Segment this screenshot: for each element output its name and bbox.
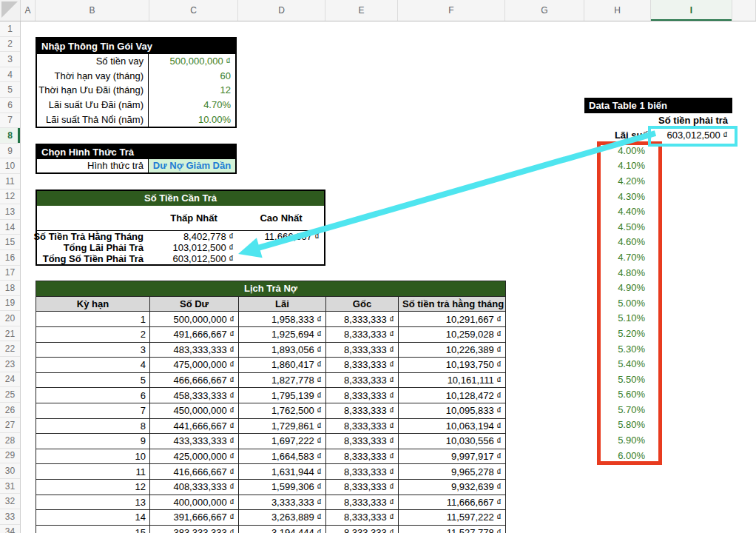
schedule-cell[interactable]: 11,597,222 ₫ bbox=[399, 510, 506, 526]
schedule-cell[interactable]: 10,128,472 ₫ bbox=[399, 388, 506, 403]
column-header-d[interactable]: D bbox=[238, 0, 325, 21]
row-header-33[interactable]: 33 bbox=[0, 509, 20, 525]
rate-cell[interactable]: 4.70% bbox=[584, 250, 654, 266]
schedule-cell[interactable]: 10,095,833 ₫ bbox=[399, 403, 506, 418]
data-table-title[interactable]: Data Table 1 biến bbox=[584, 98, 732, 113]
schedule-cell[interactable]: 1,860,417 ₫ bbox=[239, 358, 326, 373]
schedule-cell[interactable]: 3,263,889 ₫ bbox=[239, 510, 326, 526]
row-header-7[interactable]: 7 bbox=[0, 113, 20, 129]
schedule-cell[interactable]: 483,333,333 ₫ bbox=[150, 342, 239, 358]
rate-cell[interactable]: 5.00% bbox=[584, 296, 654, 312]
row-header-16[interactable]: 16 bbox=[0, 250, 20, 266]
rate-cell[interactable]: 4.30% bbox=[584, 190, 654, 205]
schedule-cell[interactable]: 6 bbox=[36, 388, 150, 403]
schedule-cell[interactable]: 8,333,333 ₫ bbox=[326, 372, 399, 388]
rate-cell[interactable]: 6.00% bbox=[584, 449, 654, 464]
schedule-cell[interactable]: 7 bbox=[36, 403, 150, 418]
summary-blank-cell[interactable] bbox=[37, 206, 149, 230]
schedule-cell[interactable]: 14 bbox=[36, 510, 150, 526]
schedule-column-header[interactable]: Lãi bbox=[239, 296, 326, 312]
schedule-column-header[interactable]: Số Dư bbox=[150, 296, 239, 312]
schedule-cell[interactable]: 8,333,333 ₫ bbox=[326, 388, 399, 403]
schedule-cell[interactable]: 8,333,333 ₫ bbox=[326, 418, 399, 434]
schedule-cell[interactable]: 3,194,444 ₫ bbox=[239, 525, 326, 533]
row-header-25[interactable]: 25 bbox=[0, 387, 20, 403]
schedule-cell[interactable]: 5 bbox=[36, 372, 150, 388]
schedule-cell[interactable]: 9,997,917 ₫ bbox=[399, 449, 506, 464]
schedule-cell[interactable]: 1,893,056 ₫ bbox=[239, 342, 326, 358]
schedule-cell[interactable]: 1,827,778 ₫ bbox=[239, 372, 326, 388]
summary-label-cell[interactable]: Tổng Lãi Phải Trả bbox=[37, 242, 149, 253]
schedule-cell[interactable]: 1 bbox=[36, 312, 150, 327]
rate-cell[interactable]: 4.40% bbox=[584, 204, 654, 220]
row-header-34[interactable]: 34 bbox=[0, 525, 20, 533]
schedule-cell[interactable]: 13 bbox=[36, 495, 150, 510]
schedule-cell[interactable]: 408,333,333 ₫ bbox=[150, 479, 239, 495]
schedule-cell[interactable]: 1,958,333 ₫ bbox=[239, 312, 326, 327]
schedule-cell[interactable]: 8,333,333 ₫ bbox=[326, 510, 399, 526]
schedule-cell[interactable]: 10,030,556 ₫ bbox=[399, 434, 506, 449]
row-header-3[interactable]: 3 bbox=[0, 52, 20, 67]
summary-label-cell[interactable]: Số Tiền Trả Hằng Tháng bbox=[37, 231, 149, 242]
row-header-28[interactable]: 28 bbox=[0, 433, 20, 449]
payment-method-label[interactable]: Hình thức trả bbox=[37, 159, 148, 172]
rate-cell[interactable]: 5.10% bbox=[584, 311, 654, 326]
schedule-cell[interactable]: 11 bbox=[36, 464, 150, 480]
row-header-12[interactable]: 12 bbox=[0, 190, 20, 205]
row-header-5[interactable]: 5 bbox=[0, 82, 20, 98]
select-all-corner[interactable] bbox=[0, 0, 21, 21]
rate-cell[interactable]: 5.20% bbox=[584, 326, 654, 342]
row-header-13[interactable]: 13 bbox=[0, 204, 20, 220]
column-header-f[interactable]: F bbox=[398, 0, 505, 21]
schedule-cell[interactable]: 383,333,333 ₫ bbox=[150, 525, 239, 533]
row-header-14[interactable]: 14 bbox=[0, 220, 20, 235]
schedule-cell[interactable]: 10,291,667 ₫ bbox=[399, 312, 506, 327]
schedule-cell[interactable]: 400,000,000 ₫ bbox=[150, 495, 239, 510]
loan-value-cell[interactable]: 60 bbox=[148, 68, 235, 83]
loan-label-cell[interactable]: Số tiền vay bbox=[37, 54, 148, 69]
row-header-22[interactable]: 22 bbox=[0, 341, 20, 357]
schedule-cell[interactable]: 9,932,639 ₫ bbox=[399, 479, 506, 495]
schedule-cell[interactable]: 391,666,667 ₫ bbox=[150, 510, 239, 526]
loan-label-cell[interactable]: Thời hạn vay (tháng) bbox=[37, 68, 148, 83]
column-header-g[interactable]: G bbox=[505, 0, 584, 21]
schedule-cell[interactable]: 10,259,028 ₫ bbox=[399, 326, 506, 342]
schedule-cell[interactable]: 12 bbox=[36, 479, 150, 495]
schedule-column-header[interactable]: Gốc bbox=[326, 296, 399, 312]
row-header-31[interactable]: 31 bbox=[0, 479, 20, 495]
column-header-b[interactable]: B bbox=[36, 0, 149, 21]
schedule-cell[interactable]: 416,666,667 ₫ bbox=[150, 464, 239, 480]
schedule-cell[interactable]: 4 bbox=[36, 358, 150, 373]
rate-cell[interactable]: 4.80% bbox=[584, 266, 654, 281]
row-header-30[interactable]: 30 bbox=[0, 463, 20, 479]
row-header-26[interactable]: 26 bbox=[0, 403, 20, 418]
schedule-cell[interactable]: 500,000,000 ₫ bbox=[150, 312, 239, 327]
loan-info-title[interactable]: Nhập Thông Tin Gói Vay bbox=[37, 38, 235, 54]
schedule-cell[interactable]: 11,666,667 ₫ bbox=[399, 495, 506, 510]
row-header-11[interactable]: 11 bbox=[0, 174, 20, 190]
row-header-19[interactable]: 19 bbox=[0, 296, 20, 312]
row-header-8[interactable]: 8 bbox=[0, 128, 20, 144]
loan-value-cell[interactable]: 500,000,000 ₫ bbox=[148, 54, 235, 69]
summary-low-cell[interactable]: 103,012,500 ₫ bbox=[149, 242, 238, 253]
summary-col-header-high[interactable]: Cao Nhất bbox=[238, 206, 324, 230]
schedule-cell[interactable]: 15 bbox=[36, 525, 150, 533]
schedule-cell[interactable]: 441,666,667 ₫ bbox=[150, 418, 239, 434]
schedule-cell[interactable]: 433,333,333 ₫ bbox=[150, 434, 239, 449]
summary-high-cell[interactable]: 11,666,667 ₫ bbox=[238, 231, 324, 242]
rate-cell[interactable]: 5.30% bbox=[584, 342, 654, 358]
schedule-cell[interactable]: 9,965,278 ₫ bbox=[399, 464, 506, 480]
schedule-cell[interactable]: 1,925,694 ₫ bbox=[239, 326, 326, 342]
schedule-cell[interactable]: 2 bbox=[36, 326, 150, 342]
schedule-cell[interactable]: 1,631,944 ₫ bbox=[239, 464, 326, 480]
schedule-cell[interactable]: 1,664,583 ₫ bbox=[239, 449, 326, 464]
row-header-2[interactable]: 2 bbox=[0, 37, 20, 53]
row-header-29[interactable]: 29 bbox=[0, 449, 20, 464]
schedule-cell[interactable]: 8 bbox=[36, 418, 150, 434]
schedule-cell[interactable]: 1,795,139 ₫ bbox=[239, 388, 326, 403]
row-header-9[interactable]: 9 bbox=[0, 144, 20, 159]
column-header-h[interactable]: H bbox=[584, 0, 651, 21]
row-header-10[interactable]: 10 bbox=[0, 158, 20, 174]
schedule-cell[interactable]: 1,762,500 ₫ bbox=[239, 403, 326, 418]
row-header-23[interactable]: 23 bbox=[0, 357, 20, 372]
